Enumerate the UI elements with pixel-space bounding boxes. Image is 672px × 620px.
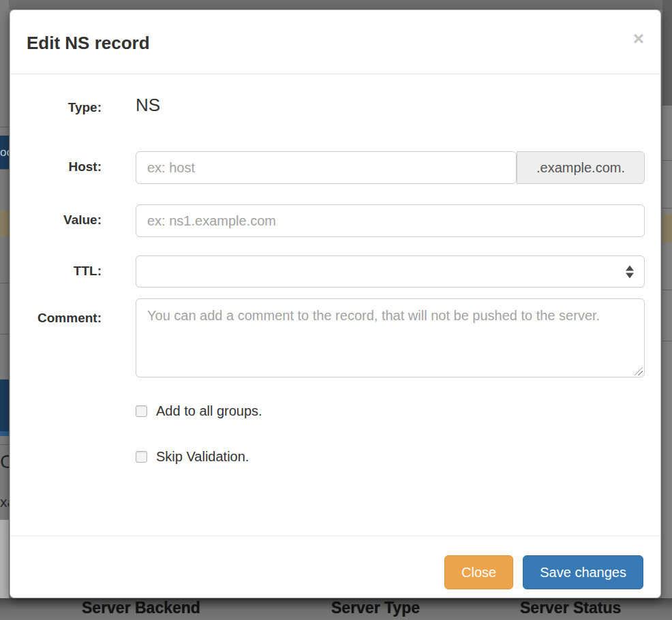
divider <box>662 341 672 341</box>
type-value: NS <box>136 95 160 116</box>
bg-text-fragment: C <box>0 451 9 473</box>
column-header-server-status: Server Status <box>520 599 621 617</box>
ttl-label: TTL: <box>27 264 102 279</box>
comment-field-wrap <box>136 298 645 377</box>
backdrop-right-strip <box>662 0 672 620</box>
host-input[interactable] <box>136 151 517 184</box>
close-icon[interactable]: × <box>633 29 644 48</box>
value-field-wrap <box>136 204 645 237</box>
add-to-all-groups-label: Add to all groups. <box>156 403 262 419</box>
background-button-fragment: oc <box>0 136 9 169</box>
divider <box>0 334 9 335</box>
modal-header: Edit NS record × <box>10 10 660 74</box>
backdrop-top-band <box>0 0 672 10</box>
column-header-server-backend: Server Backend <box>82 599 200 617</box>
backdrop-left-strip: oc C xa <box>0 0 9 620</box>
background-selected-row <box>0 379 9 436</box>
bg-fragment-label: oc <box>0 146 9 159</box>
divider <box>662 208 672 208</box>
skip-validation-label: Skip Validation. <box>156 449 249 465</box>
modal-title: Edit NS record <box>27 33 150 54</box>
host-input-group: .example.com. <box>136 151 645 184</box>
divider <box>662 160 672 161</box>
modal-footer: Close Save changes <box>10 536 660 598</box>
background-light-panel <box>0 520 9 598</box>
background-dark-band <box>662 0 672 106</box>
column-header-server-type: Server Type <box>331 599 420 617</box>
type-label: Type: <box>27 100 102 115</box>
ttl-field-wrap <box>136 255 645 288</box>
modal-body: Type: NS Host: .example.com. Value: TTL:… <box>10 74 660 537</box>
divider <box>0 444 9 445</box>
close-button[interactable]: Close <box>444 555 513 589</box>
divider <box>0 127 9 127</box>
resize-handle-icon[interactable] <box>635 367 643 375</box>
comment-label: Comment: <box>27 311 102 326</box>
add-to-all-groups-checkbox[interactable] <box>136 405 147 417</box>
skip-validation-row[interactable]: Skip Validation. <box>136 449 249 465</box>
save-changes-button[interactable]: Save changes <box>523 555 643 589</box>
divider <box>0 283 9 283</box>
divider <box>0 169 9 170</box>
host-domain-addon: .example.com. <box>517 151 645 184</box>
value-label: Value: <box>27 213 102 228</box>
skip-validation-checkbox[interactable] <box>136 451 147 463</box>
ttl-select[interactable] <box>136 255 645 288</box>
background-highlight-row <box>662 214 672 243</box>
add-to-all-groups-row[interactable]: Add to all groups. <box>136 403 262 419</box>
background-highlight-row <box>0 211 9 236</box>
edit-ns-record-modal: Edit NS record × Type: NS Host: .example… <box>10 10 661 598</box>
divider <box>662 290 672 290</box>
value-input[interactable] <box>136 204 645 237</box>
host-label: Host: <box>27 159 102 174</box>
comment-textarea[interactable] <box>136 298 645 377</box>
bg-text-fragment: xa <box>0 494 9 510</box>
backdrop-table-header-row: Server Backend Server Type Server Status <box>0 598 672 620</box>
